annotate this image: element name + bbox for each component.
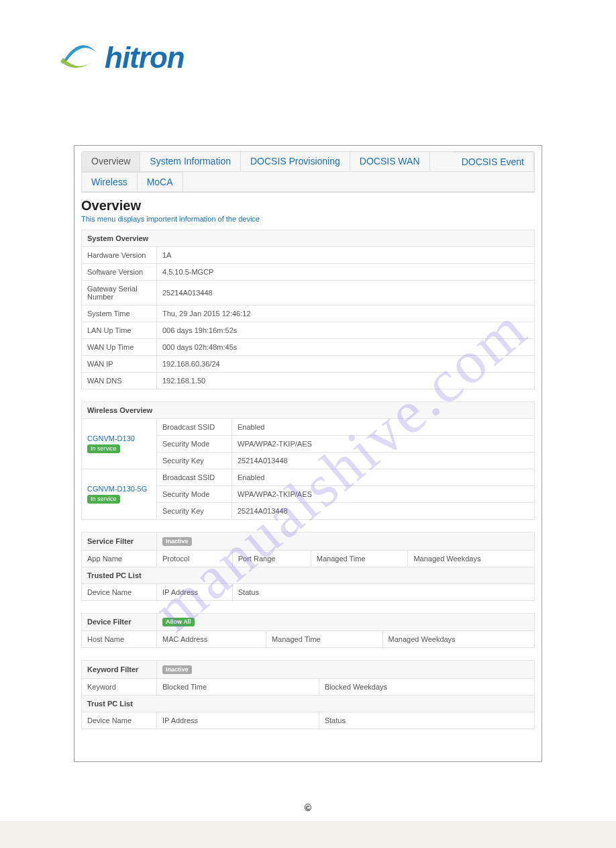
kf-h0: Keyword: [82, 678, 157, 695]
df-h3: Managed Weekdays: [382, 631, 534, 648]
trusted-pc-title: Trusted PC List: [82, 567, 535, 583]
page-title: Overview: [81, 198, 535, 214]
wanup-value: 000 days 02h:48m:45s: [157, 339, 535, 356]
service-filter-title: Service Filter: [82, 532, 157, 551]
page-subtitle: This menu displays importent information…: [81, 215, 535, 223]
kf-h1: Blocked Time: [157, 678, 319, 695]
tpc-h2: Status: [232, 583, 534, 600]
logo-text: hitron: [105, 41, 185, 75]
device-filter-title: Device Filter: [82, 613, 157, 631]
tab-moca[interactable]: MoCA: [138, 172, 183, 192]
wireless-overview-table: Wireless Overview CGNVM-D130 In service …: [81, 402, 535, 520]
tab-wireless[interactable]: Wireless: [82, 172, 138, 192]
sf-h4: Managed Weekdays: [408, 550, 535, 567]
sf-h3: Managed Time: [311, 550, 408, 567]
tpc-h0: Device Name: [82, 583, 157, 600]
systime-label: System Time: [82, 305, 157, 322]
wifi-1-cell: CGNVM-D130-5G In service: [82, 469, 157, 520]
device-filter-badge-cell: Allow All: [157, 613, 535, 631]
wifi-1-seckey-label: Security Key: [157, 503, 232, 520]
keyword-filter-badge-cell: Inactive: [157, 661, 535, 679]
device-filter-badge: Allow All: [162, 618, 195, 626]
sw-version-label: Software Version: [82, 264, 157, 281]
system-overview-title: System Overview: [82, 230, 535, 247]
wifi-0-bssid-value: Enabled: [232, 419, 535, 436]
keyword-filter-badge: Inactive: [162, 665, 192, 674]
logo-swoosh-icon: [55, 40, 103, 75]
tab-docsis-provisioning[interactable]: DOCSIS Provisioning: [241, 152, 350, 172]
serial-value: 25214A013448: [157, 281, 535, 305]
trust-pc-title: Trust PC List: [82, 695, 535, 712]
df-h1: MAC Address: [157, 631, 266, 648]
tab-docsis-wan[interactable]: DOCSIS WAN: [350, 152, 430, 172]
sf-h0: App Name: [82, 550, 157, 567]
sw-version-value: 4.5.10.5-MGCP: [157, 264, 535, 281]
wifi-1-bssid-value: Enabled: [232, 469, 535, 486]
wanup-label: WAN Up Time: [82, 339, 157, 356]
wifi-0-bssid-label: Broadcast SSID: [157, 419, 232, 436]
wandns-value: 192.168.1.50: [157, 373, 535, 389]
wifi-0-seckey-label: Security Key: [157, 453, 232, 469]
content-panel: manualshive.com Overview System Informat…: [74, 145, 542, 762]
wifi-1-secmode-value: WPA/WPA2-TKIP/AES: [232, 486, 535, 503]
kf-tpc-h0: Device Name: [82, 712, 157, 728]
tab-system-information[interactable]: System Information: [140, 152, 241, 172]
lanup-label: LAN Up Time: [82, 322, 157, 339]
wifi-1-ssid: CGNVM-D130-5G: [87, 485, 151, 493]
keyword-filter-title: Keyword Filter: [82, 661, 157, 679]
service-filter-table: Service Filter Inactive App Name Protoco…: [81, 532, 535, 601]
tab-docsis-event[interactable]: DOCSIS Event: [452, 152, 534, 172]
wifi-0-secmode-label: Security Mode: [157, 436, 232, 453]
footer-bar: [0, 821, 616, 848]
wifi-0-status-badge: In service: [87, 444, 120, 453]
tpc-h1: IP Address: [157, 583, 233, 600]
wifi-0-seckey-value: 25214A013448: [232, 453, 535, 469]
keyword-filter-table: Keyword Filter Inactive Keyword Blocked …: [81, 660, 535, 729]
service-filter-badge-cell: Inactive: [157, 532, 535, 551]
systime-value: Thu, 29 Jan 2015 12:46:12: [157, 305, 535, 322]
header: hitron: [0, 0, 616, 91]
tab-overview[interactable]: Overview: [82, 152, 140, 172]
df-h2: Managed Time: [266, 631, 382, 648]
wifi-0-ssid: CGNVM-D130: [87, 434, 151, 442]
wifi-1-status-badge: In service: [87, 495, 120, 504]
lanup-value: 006 days 19h:16m:52s: [157, 322, 535, 339]
wireless-overview-title: Wireless Overview: [82, 402, 535, 419]
wifi-0-cell: CGNVM-D130 In service: [82, 419, 157, 469]
wanip-label: WAN IP: [82, 356, 157, 373]
df-h0: Host Name: [82, 631, 157, 648]
kf-tpc-h2: Status: [319, 712, 534, 728]
kf-h2: Blocked Weekdays: [319, 678, 534, 695]
wifi-1-secmode-label: Security Mode: [157, 486, 232, 503]
wifi-0-secmode-value: WPA/WPA2-TKIP/AES: [232, 436, 535, 453]
brand-logo: hitron: [55, 40, 185, 75]
wifi-1-bssid-label: Broadcast SSID: [157, 469, 232, 486]
service-filter-badge: Inactive: [162, 537, 192, 546]
wifi-1-seckey-value: 25214A013448: [232, 503, 535, 520]
wandns-label: WAN DNS: [82, 373, 157, 389]
tab-bar: Overview System Information DOCSIS Provi…: [81, 151, 535, 193]
sf-h2: Port Range: [232, 550, 311, 567]
sf-h1: Protocol: [157, 550, 233, 567]
system-overview-table: System Overview Hardware Version1A Softw…: [81, 230, 535, 389]
serial-label: Gateway Serial Number: [82, 281, 157, 305]
device-filter-table: Device Filter Allow All Host Name MAC Ad…: [81, 613, 535, 649]
copyright-symbol: ©: [0, 802, 616, 813]
kf-tpc-h1: IP Address: [157, 712, 319, 728]
wanip-value: 192.168.60.36/24: [157, 356, 535, 373]
hw-version-value: 1A: [157, 247, 535, 264]
hw-version-label: Hardware Version: [82, 247, 157, 264]
